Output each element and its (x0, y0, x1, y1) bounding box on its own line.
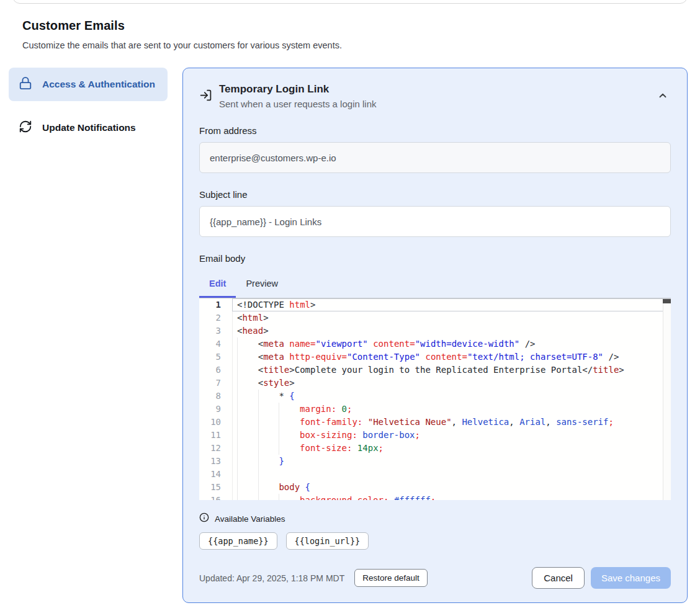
card-title: Temporary Login Link (219, 83, 376, 96)
email-body-tabs: EditPreview (199, 272, 671, 298)
code-line-9[interactable]: 9margin: 0; (199, 403, 671, 416)
available-variables-label: Available Variables (215, 514, 285, 524)
save-changes-button[interactable]: Save changes (591, 567, 671, 589)
code-text: <!DOCTYPE html> (237, 298, 315, 311)
subject-line-input[interactable] (199, 206, 671, 237)
code-text: box-sizing: border-box; (300, 429, 420, 442)
indent-guide (279, 429, 300, 442)
code-text: margin: 0; (300, 403, 352, 416)
sidebar-item-label: Update Notifications (42, 120, 136, 135)
code-line-1[interactable]: 1<!DOCTYPE html> (199, 298, 671, 311)
sidebar-item-access-authentication[interactable]: Access & Authentication (9, 68, 168, 101)
lock-icon (19, 76, 32, 92)
code-line-13[interactable]: 13} (199, 455, 671, 468)
code-text: <meta http-equiv="Content-Type" content=… (258, 351, 619, 364)
indent-guide (279, 494, 300, 500)
sidebar-item-label: Access & Authentication (42, 77, 155, 92)
code-text: <meta name="viewport" content="width=dev… (258, 338, 536, 351)
indent-guide (258, 455, 279, 468)
code-editor[interactable]: 1<!DOCTYPE html>2<html>3<head>4<meta nam… (199, 298, 671, 500)
line-number: 13 (205, 455, 221, 468)
card-header-text: Temporary Login Link Sent when a user re… (219, 83, 376, 109)
indent-guide (237, 481, 258, 494)
line-number: 1 (205, 298, 221, 311)
indent-guide (279, 442, 300, 455)
editor-scrollbar-track[interactable] (663, 299, 671, 500)
line-number: 16 (205, 494, 221, 500)
previous-card-edge (12, 0, 688, 4)
indent-guide (237, 338, 258, 351)
code-line-4[interactable]: 4<meta name="viewport" content="width=de… (199, 338, 671, 351)
refresh-icon (19, 120, 32, 136)
log-in-icon (199, 89, 212, 104)
indent-guide (237, 390, 258, 403)
indent-guide (237, 377, 258, 390)
indent-guide (237, 455, 258, 468)
code-text: } (279, 455, 284, 468)
indent-guide (279, 403, 300, 416)
code-line-8[interactable]: 8* { (199, 390, 671, 403)
code-text: <html> (237, 311, 269, 324)
code-text: font-size: 14px; (300, 442, 384, 455)
cancel-button[interactable]: Cancel (532, 567, 585, 589)
sidebar-item-update-notifications[interactable]: Update Notifications (9, 111, 168, 145)
variable-chip[interactable]: {{app_name}} (199, 532, 277, 550)
from-address-input[interactable] (199, 142, 671, 173)
line-number: 3 (205, 324, 221, 338)
variable-chip[interactable]: {{login_url}} (286, 532, 369, 550)
indent-guide (237, 442, 258, 455)
variable-chips: {{app_name}}{{login_url}} (199, 532, 671, 550)
line-number: 8 (205, 390, 221, 403)
indent-guide (258, 403, 279, 416)
editor-scrollbar-thumb[interactable] (663, 299, 671, 303)
line-number: 5 (205, 351, 221, 364)
code-line-5[interactable]: 5<meta http-equiv="Content-Type" content… (199, 351, 671, 364)
indent-guide (237, 468, 258, 481)
indent-guide (258, 468, 279, 481)
code-line-15[interactable]: 15body { (199, 481, 671, 494)
indent-guide (279, 416, 300, 429)
code-line-10[interactable]: 10font-family: "Helvetica Neue", Helveti… (199, 416, 671, 429)
code-line-12[interactable]: 12font-size: 14px; (199, 442, 671, 455)
code-line-2[interactable]: 2<html> (199, 311, 671, 324)
line-number: 11 (205, 429, 221, 442)
code-text: * { (279, 390, 294, 403)
code-text: <head> (237, 324, 269, 338)
indent-guide (258, 429, 279, 442)
line-number: 6 (205, 364, 221, 377)
code-line-6[interactable]: 6<title>Complete your login to the Repli… (199, 364, 671, 377)
tab-preview[interactable]: Preview (236, 272, 288, 298)
indent-guide (237, 364, 258, 377)
line-number: 9 (205, 403, 221, 416)
code-text: background-color: #ffffff; (300, 494, 436, 500)
line-number: 4 (205, 338, 221, 351)
page-title: Customer Emails (22, 19, 678, 33)
indent-guide (237, 416, 258, 429)
card-header: Temporary Login Link Sent when a user re… (199, 83, 671, 109)
info-icon (199, 512, 209, 525)
code-line-11[interactable]: 11box-sizing: border-box; (199, 429, 671, 442)
page-header: Customer Emails Customize the emails tha… (0, 0, 700, 50)
email-template-card: Temporary Login Link Sent when a user re… (182, 68, 688, 603)
code-line-3[interactable]: 3<head> (199, 324, 671, 338)
indent-guide (258, 481, 279, 494)
collapse-button[interactable] (655, 87, 671, 105)
code-line-7[interactable]: 7<style> (199, 377, 671, 390)
code-text: <style> (258, 377, 295, 390)
line-number: 15 (205, 481, 221, 494)
from-address-label: From address (199, 125, 671, 136)
code-line-16[interactable]: 16background-color: #ffffff; (199, 494, 671, 500)
line-number: 2 (205, 311, 221, 324)
indent-guide (258, 390, 279, 403)
indent-guide (258, 494, 279, 500)
tab-edit[interactable]: Edit (199, 272, 236, 298)
line-number: 14 (205, 468, 221, 481)
line-number: 12 (205, 442, 221, 455)
indent-guide (237, 494, 258, 500)
code-line-14[interactable]: 14 (199, 468, 671, 481)
restore-default-button[interactable]: Restore default (354, 569, 428, 587)
code-text: body { (279, 481, 310, 494)
chevron-up-icon (657, 94, 668, 103)
card-subtitle: Sent when a user requests a login link (219, 99, 376, 109)
page-subtitle: Customize the emails that are sent to yo… (22, 40, 678, 50)
